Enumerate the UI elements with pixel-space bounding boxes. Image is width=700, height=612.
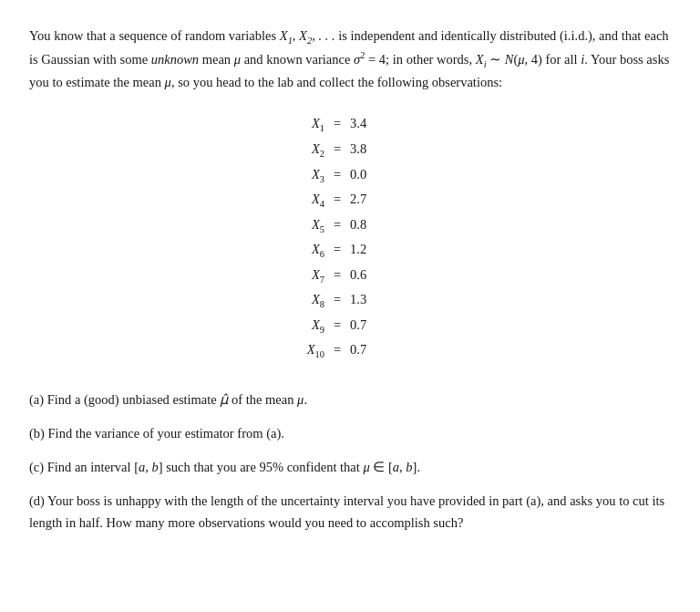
obs-eq-1: = [324, 114, 350, 134]
obs-var-9: X9 [277, 316, 324, 337]
obs-eq-3: = [324, 165, 350, 185]
part-c: (c) Find an interval [a, b] such that yo… [29, 457, 671, 478]
obs-row-8: X8 = 1.3 [277, 290, 423, 312]
obs-eq-9: = [324, 316, 350, 336]
obs-var-7: X7 [277, 265, 324, 287]
obs-val-10: 0.7 [350, 340, 385, 360]
obs-eq-10: = [324, 340, 350, 360]
obs-val-1: 3.4 [350, 114, 385, 134]
var-sequence: X1, X2, . . . [280, 28, 335, 43]
obs-val-2: 3.8 [350, 140, 385, 160]
obs-row-3: X3 = 0.0 [277, 165, 423, 187]
obs-var-1: X1 [277, 114, 324, 136]
obs-val-6: 1.2 [350, 240, 385, 260]
obs-val-8: 1.3 [350, 290, 385, 310]
main-content: You know that a sequence of random varia… [29, 26, 671, 534]
obs-row-9: X9 = 0.7 [277, 316, 423, 337]
obs-val-7: 0.6 [350, 265, 385, 285]
intro-paragraph: You know that a sequence of random varia… [29, 26, 671, 92]
obs-var-10: X10 [277, 340, 324, 362]
obs-eq-6: = [324, 240, 350, 260]
obs-row-5: X5 = 0.8 [277, 215, 423, 237]
obs-var-6: X6 [277, 240, 324, 262]
part-b: (b) Find the variance of your estimator … [29, 423, 671, 444]
part-d: (d) Your boss is unhappy with the length… [29, 491, 671, 533]
obs-eq-4: = [324, 190, 350, 210]
obs-row-2: X2 = 3.8 [277, 140, 423, 161]
obs-var-4: X4 [277, 190, 324, 212]
part-a-label: (a) [29, 392, 44, 407]
part-c-label: (c) [29, 460, 44, 474]
obs-row-10: X10 = 0.7 [277, 340, 423, 362]
obs-eq-8: = [324, 290, 350, 310]
obs-val-9: 0.7 [350, 316, 385, 336]
obs-row-7: X7 = 0.6 [277, 265, 423, 287]
obs-var-2: X2 [277, 140, 324, 161]
obs-row-4: X4 = 2.7 [277, 190, 423, 212]
obs-val-4: 2.7 [350, 190, 385, 210]
obs-eq-2: = [324, 140, 350, 160]
observations-table: X1 = 3.4 X2 = 3.8 X3 = 0.0 X4 = 2.7 X5 =… [29, 112, 671, 363]
obs-val-5: 0.8 [350, 215, 385, 235]
obs-val-3: 0.0 [350, 165, 385, 185]
obs-row-6: X6 = 1.2 [277, 240, 423, 262]
obs-var-8: X8 [277, 290, 324, 312]
obs-eq-5: = [324, 215, 350, 235]
obs-eq-7: = [324, 265, 350, 285]
part-b-label: (b) [29, 426, 45, 441]
part-d-label: (d) [29, 493, 45, 508]
obs-var-3: X3 [277, 165, 324, 187]
obs-var-5: X5 [277, 215, 324, 237]
part-a: (a) Find a (good) unbiased estimate μ̂ o… [29, 389, 671, 410]
obs-row-1: X1 = 3.4 [277, 114, 423, 136]
